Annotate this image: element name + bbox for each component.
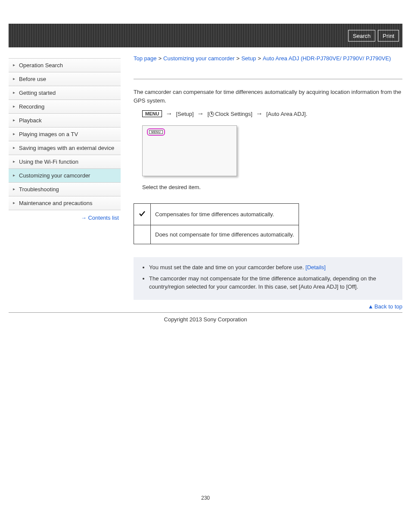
arrow-right-icon: → <box>256 110 263 118</box>
sidebar-item[interactable]: Recording <box>9 100 121 114</box>
contents-link-row: → Contents list <box>9 210 121 225</box>
breadcrumb: Top page>Customizing your camcorder>Setu… <box>134 55 402 62</box>
notes-box: You must set the date and time on your c… <box>134 257 402 300</box>
arrow-right-icon: → <box>197 110 204 118</box>
sidebar-item[interactable]: Playing images on a TV <box>9 128 121 141</box>
camcorder-screen-mock: MENU <box>142 125 237 176</box>
intro-text: The camcorder can compensate for time di… <box>134 88 402 105</box>
flow-setup-label: [Setup] <box>176 111 193 117</box>
table-row: Does not compensate for time differences… <box>134 225 299 244</box>
contents-list-link[interactable]: → Contents list <box>81 215 119 221</box>
option-on-desc: Compensates for time differences automat… <box>151 204 299 225</box>
sidebar-item[interactable]: Before use <box>9 72 121 86</box>
menu-highlight: MENU <box>147 128 165 136</box>
breadcrumb-separator: > <box>258 55 261 62</box>
sidebar-item[interactable]: Customizing your camcorder <box>9 169 121 183</box>
sidebar-item[interactable]: Operation Search <box>9 59 121 72</box>
triangle-up-icon: ▲ <box>368 303 374 310</box>
select-instruction: Select the desired item. <box>142 184 402 190</box>
breadcrumb-separator: > <box>237 55 240 62</box>
contents-list-label: Contents list <box>88 215 119 221</box>
sidebar-item[interactable]: Getting started <box>9 86 121 100</box>
arrow-right-icon: → <box>81 215 86 221</box>
banner-button-row: Search Print <box>348 30 399 41</box>
note-item: You must set the date and time on your c… <box>149 263 395 272</box>
breadcrumb-item[interactable]: Auto Area ADJ (HDR-PJ780VE/ PJ790V/ PJ79… <box>263 55 391 62</box>
breadcrumb-item[interactable]: Top page <box>134 55 157 62</box>
sidebar-item[interactable]: Saving images with an external device <box>9 141 121 155</box>
footer-divider <box>9 312 402 313</box>
back-to-top-link[interactable]: ▲Back to top <box>368 303 402 310</box>
menu-flow: MENU → [Setup] → [Clock Settings] → [Aut… <box>142 110 402 118</box>
arrow-right-icon: → <box>165 110 172 118</box>
options-table: Compensates for time differences automat… <box>134 203 299 244</box>
option-on-icon-cell <box>134 204 151 225</box>
main-content: Top page>Customizing your camcorder>Setu… <box>121 47 402 312</box>
back-to-top-row: ▲Back to top <box>134 303 402 310</box>
divider <box>134 79 402 79</box>
sidebar-item[interactable]: Troubleshooting <box>9 183 121 196</box>
clock-icon <box>209 112 214 117</box>
breadcrumb-separator: > <box>159 55 162 62</box>
option-off-icon-cell <box>134 225 151 244</box>
menu-icon: MENU <box>142 110 162 117</box>
breadcrumb-item[interactable]: Setup <box>241 55 256 62</box>
back-to-top-label: Back to top <box>374 303 402 310</box>
table-row: Compensates for time differences automat… <box>134 204 299 225</box>
header-banner: Search Print <box>9 24 402 47</box>
copyright-text: Copyright 2013 Sony Corporation <box>0 316 411 323</box>
note-item: The camcorder may not compensate for the… <box>149 274 395 291</box>
search-button[interactable]: Search <box>348 30 375 41</box>
option-off-desc: Does not compensate for time differences… <box>151 225 299 244</box>
note-text: You must set the date and time on your c… <box>149 264 305 271</box>
flow-clock-label: [Clock Settings] <box>208 111 252 117</box>
print-button[interactable]: Print <box>378 30 399 41</box>
details-link[interactable]: [Details] <box>305 264 326 271</box>
sidebar-item[interactable]: Using the Wi-Fi function <box>9 155 121 169</box>
page-number: 230 <box>0 495 411 501</box>
breadcrumb-item[interactable]: Customizing your camcorder <box>163 55 234 62</box>
sidebar-item[interactable]: Playback <box>9 114 121 128</box>
sidebar-item[interactable]: Maintenance and precautions <box>9 196 121 210</box>
check-icon <box>138 210 146 218</box>
sidebar-list: Operation SearchBefore useGetting starte… <box>9 58 121 210</box>
menu-badge-label: MENU <box>149 130 163 134</box>
sidebar-nav: Operation SearchBefore useGetting starte… <box>9 47 121 312</box>
flow-auto-label: [Auto Area ADJ]. <box>266 111 307 117</box>
